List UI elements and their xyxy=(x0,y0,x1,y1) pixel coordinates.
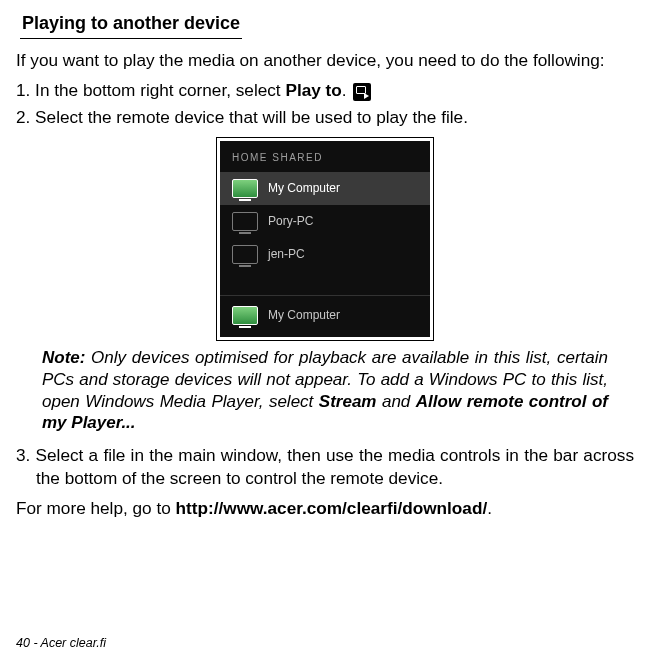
device-label: Pory-PC xyxy=(268,214,313,230)
help-pre: For more help, go to xyxy=(16,498,176,518)
step-1-post: . xyxy=(342,80,352,100)
help-url: http://www.acer.com/clearfi/download/ xyxy=(176,498,488,518)
page-footer: 40 - Acer clear.fi xyxy=(16,635,106,652)
step-1-bold: Play to xyxy=(285,80,341,100)
play-to-icon xyxy=(353,83,371,101)
device-panel: HOME SHARED My Computer Pory-PC jen-PC M… xyxy=(220,141,430,337)
note-label: Note: xyxy=(42,348,85,367)
step-3: 3. Select a file in the main window, the… xyxy=(16,444,634,489)
monitor-icon xyxy=(232,212,258,231)
note-mid: and xyxy=(376,392,415,411)
current-device-row[interactable]: My Computer xyxy=(220,295,430,337)
device-row[interactable]: jen-PC xyxy=(220,238,430,271)
panel-header: HOME SHARED xyxy=(220,141,430,172)
device-row-selected[interactable]: My Computer xyxy=(220,172,430,205)
step-1: 1. In the bottom right corner, select Pl… xyxy=(16,79,634,102)
intro-paragraph: If you want to play the media on another… xyxy=(16,49,634,72)
device-label: My Computer xyxy=(268,308,340,324)
help-post: . xyxy=(487,498,492,518)
step-1-pre: 1. In the bottom right corner, select xyxy=(16,80,285,100)
note-stream: Stream xyxy=(319,392,377,411)
monitor-icon xyxy=(232,179,258,198)
device-panel-border: HOME SHARED My Computer Pory-PC jen-PC M… xyxy=(216,137,434,341)
device-label: My Computer xyxy=(268,181,340,197)
device-list-figure: HOME SHARED My Computer Pory-PC jen-PC M… xyxy=(16,137,634,341)
device-label: jen-PC xyxy=(268,247,305,263)
help-line: For more help, go to http://www.acer.com… xyxy=(16,497,634,520)
step-2: 2. Select the remote device that will be… xyxy=(16,106,634,129)
monitor-icon xyxy=(232,245,258,264)
device-row[interactable]: Pory-PC xyxy=(220,205,430,238)
section-title: Playing to another device xyxy=(20,12,242,39)
monitor-icon xyxy=(232,306,258,325)
note-paragraph: Note: Only devices optimised for playbac… xyxy=(42,347,608,434)
